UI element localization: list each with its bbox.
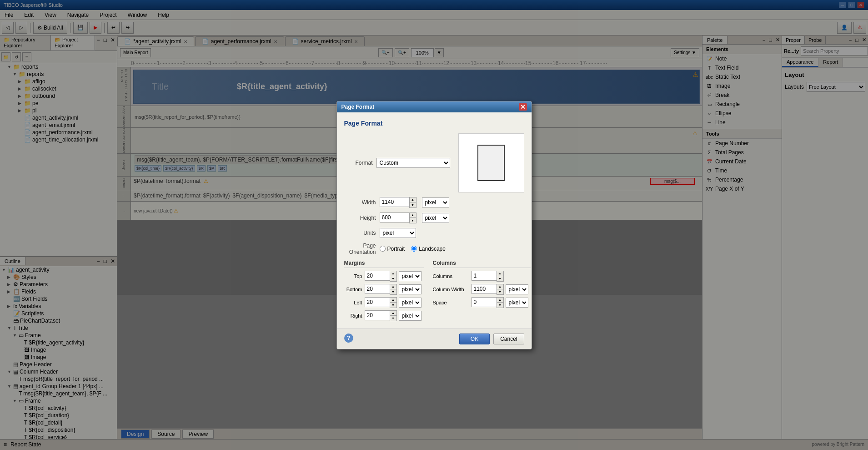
width-label: Width [344, 199, 376, 206]
margins-section: Margins Top ▲ ▼ pixel [344, 260, 424, 321]
height-arrows: ▲ ▼ [409, 212, 416, 223]
right-down[interactable]: ▼ [390, 316, 396, 321]
columns-input[interactable] [472, 271, 497, 281]
width-spinner: ▲ ▼ [380, 197, 416, 208]
margins-grid: Top ▲ ▼ pixel Bottom [344, 271, 424, 321]
top-down[interactable]: ▼ [390, 276, 396, 281]
units-row: Units pixel inch cm [344, 228, 524, 238]
width-down[interactable]: ▼ [410, 202, 416, 207]
sp-dn[interactable]: ▼ [497, 303, 503, 308]
bottom-input[interactable] [365, 284, 390, 294]
right-arrows: ▲ ▼ [390, 310, 397, 321]
modal-title-bar-text: Page Format [341, 104, 375, 110]
left-down[interactable]: ▼ [390, 303, 396, 308]
space-unit[interactable]: pixel [506, 298, 528, 308]
width-unit-select[interactable]: pixel inch [422, 197, 449, 207]
page-preview-box [458, 133, 524, 192]
landscape-label: Landscape [419, 246, 446, 252]
orientation-row: Page Orientation Portrait Landscape [344, 243, 524, 255]
units-label: Units [344, 230, 376, 236]
width-arrows: ▲ ▼ [409, 197, 416, 208]
colwidth-label: Column Width [433, 287, 469, 292]
right-spinner: ▲ ▼ [365, 310, 396, 321]
margins-columns-section: Margins Top ▲ ▼ pixel [344, 260, 524, 321]
bottom-unit[interactable]: pixel [399, 284, 421, 294]
left-unit[interactable]: pixel [399, 298, 421, 308]
col-dn[interactable]: ▼ [497, 276, 503, 281]
landscape-option[interactable]: Landscape [411, 246, 446, 252]
left-arrows: ▲ ▼ [390, 297, 397, 308]
page-preview [477, 145, 505, 181]
left-input[interactable] [365, 297, 390, 307]
height-unit-select[interactable]: pixel inch [422, 213, 449, 223]
format-row: Format Custom A4 Letter [344, 133, 524, 192]
top-up[interactable]: ▲ [390, 271, 396, 276]
modal-close-button[interactable]: ✕ [519, 103, 527, 111]
modal-body: Page Format Format Custom A4 Letter Widt… [337, 112, 532, 329]
cw-dn[interactable]: ▼ [497, 289, 503, 294]
space-arrows: ▲ ▼ [497, 297, 504, 308]
orientation-options: Portrait Landscape [380, 246, 446, 252]
sp-up[interactable]: ▲ [497, 298, 503, 303]
cancel-button[interactable]: Cancel [493, 334, 524, 344]
columns-section: Columns Columns ▲ ▼ Column Width [433, 260, 531, 321]
columns-label: Columns [433, 273, 469, 279]
right-up[interactable]: ▲ [390, 311, 396, 316]
space-spinner: ▲ ▼ [472, 297, 503, 308]
colwidth-unit[interactable]: pixel [506, 284, 528, 294]
landscape-radio[interactable] [411, 246, 417, 252]
modal-inner-title: Page Format [344, 120, 524, 127]
bottom-arrows: ▲ ▼ [390, 284, 397, 295]
top-label: Top [344, 273, 362, 279]
bottom-spinner: ▲ ▼ [365, 284, 396, 295]
columns-header: Columns [433, 260, 531, 268]
modal-overlay: Page Format ✕ Page Format Format Custom … [0, 0, 868, 450]
col-up[interactable]: ▲ [497, 271, 503, 276]
format-select[interactable]: Custom A4 Letter [376, 158, 451, 168]
modal-footer: ? OK Cancel [337, 329, 532, 349]
width-up[interactable]: ▲ [410, 197, 416, 202]
height-up[interactable]: ▲ [410, 213, 416, 218]
bottom-down[interactable]: ▼ [390, 289, 396, 294]
left-label: Left [344, 300, 362, 305]
margins-header: Margins [344, 260, 424, 268]
height-spinner: ▲ ▼ [380, 212, 416, 223]
bottom-up[interactable]: ▲ [390, 284, 396, 289]
right-label: Right [344, 313, 362, 319]
portrait-label: Portrait [387, 246, 405, 252]
colwidth-spinner: ▲ ▼ [472, 284, 503, 295]
left-spinner: ▲ ▼ [365, 297, 396, 308]
ok-button[interactable]: OK [459, 334, 490, 344]
page-format-modal: Page Format ✕ Page Format Format Custom … [336, 101, 532, 349]
height-label: Height [344, 215, 376, 221]
orientation-label: Page Orientation [344, 243, 376, 255]
colwidth-input[interactable] [472, 284, 497, 294]
columns-grid: Columns ▲ ▼ Column Width [433, 271, 531, 308]
right-input[interactable] [365, 310, 390, 320]
space-label: Space [433, 300, 469, 305]
modal-titlebar: Page Format ✕ [337, 101, 532, 112]
height-row: Height ▲ ▼ pixel inch [344, 212, 524, 223]
width-row: Width ▲ ▼ pixel inch [344, 197, 524, 208]
col-arrows: ▲ ▼ [497, 271, 504, 282]
space-input[interactable] [472, 297, 497, 307]
bottom-label: Bottom [344, 287, 362, 292]
help-button[interactable]: ? [344, 334, 353, 343]
portrait-radio[interactable] [380, 246, 386, 252]
cw-up[interactable]: ▲ [497, 284, 503, 289]
top-arrows: ▲ ▼ [390, 271, 397, 282]
portrait-option[interactable]: Portrait [380, 246, 405, 252]
format-label: Format [344, 160, 373, 166]
units-select[interactable]: pixel inch cm [380, 228, 416, 238]
columns-spinner: ▲ ▼ [472, 271, 503, 282]
right-unit[interactable]: pixel [399, 311, 421, 321]
colwidth-arrows: ▲ ▼ [497, 284, 504, 295]
top-input[interactable] [365, 271, 390, 281]
top-spinner: ▲ ▼ [365, 271, 396, 282]
height-down[interactable]: ▼ [410, 218, 416, 223]
width-input[interactable] [380, 197, 409, 207]
top-unit[interactable]: pixel [399, 271, 421, 281]
left-up[interactable]: ▲ [390, 298, 396, 303]
height-input[interactable] [380, 212, 409, 222]
